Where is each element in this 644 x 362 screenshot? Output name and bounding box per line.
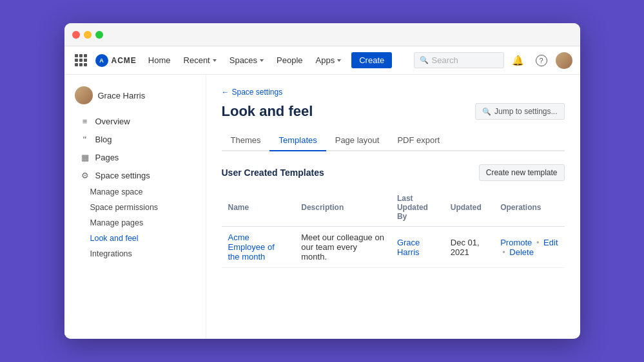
sidebar-subitem-integrations[interactable]: Integrations xyxy=(70,246,200,262)
sidebar-overview-label: Overview xyxy=(95,117,130,126)
app-window: A ACME Home Recent Spaces People Apps Cr… xyxy=(64,23,580,339)
titlebar xyxy=(64,23,580,46)
sidebar-manage-pages-label: Manage pages xyxy=(90,218,144,227)
jump-to-settings-button[interactable]: 🔍 Jump to settings... xyxy=(475,103,564,120)
sidebar-subitem-manage-pages[interactable]: Manage pages xyxy=(70,215,200,231)
tab-themes-label: Themes xyxy=(231,135,261,145)
tab-templates-label: Templates xyxy=(278,135,317,145)
sidebar: Grace Harris ≡ Overview " Blog ▦ Pages ⚙… xyxy=(64,75,206,339)
create-button[interactable]: Create xyxy=(351,52,392,68)
table-row: Acme Employee of the month Meet our coll… xyxy=(222,227,565,268)
sidebar-item-overview[interactable]: ≡ Overview xyxy=(70,112,200,130)
apps-grid-button[interactable] xyxy=(72,52,90,70)
col-header-last-updated-by: Last Updated By xyxy=(391,189,444,227)
sidebar-username: Grace Harris xyxy=(98,91,146,100)
sidebar-manage-space-label: Manage space xyxy=(90,187,143,196)
cell-updated: Dec 01, 2021 xyxy=(444,227,494,268)
sidebar-blog-label: Blog xyxy=(95,135,112,144)
nav-recent-label: Recent xyxy=(184,55,210,65)
sidebar-subitem-space-permissions[interactable]: Space permissions xyxy=(70,200,200,215)
tab-pdf-export-label: PDF export xyxy=(397,135,440,145)
nav-people[interactable]: People xyxy=(273,53,306,68)
table-header-row: Name Description Last Updated By Updated… xyxy=(222,189,565,227)
nav-spaces[interactable]: Spaces xyxy=(226,53,268,68)
main-content: ← Space settings Look and feel 🔍 Jump to… xyxy=(206,75,580,339)
close-button[interactable] xyxy=(72,31,80,39)
nav-apps-label: Apps xyxy=(316,55,335,65)
sidebar-subitem-look-and-feel[interactable]: Look and feel xyxy=(70,231,200,246)
tab-pdf-export[interactable]: PDF export xyxy=(388,130,449,151)
promote-link[interactable]: Promote xyxy=(500,238,532,247)
chevron-down-icon xyxy=(337,59,341,62)
sidebar-item-space-settings[interactable]: ⚙ Space settings xyxy=(70,166,200,184)
breadcrumb-arrow-icon: ← xyxy=(222,88,229,97)
bell-icon: 🔔 xyxy=(512,55,524,66)
create-new-template-button[interactable]: Create new template xyxy=(479,164,565,181)
help-button[interactable]: ? xyxy=(532,52,551,70)
tab-page-layout-label: Page layout xyxy=(335,135,380,145)
search-box[interactable]: 🔍 Search xyxy=(414,52,504,68)
edit-link[interactable]: Edit xyxy=(543,238,558,247)
col-header-description: Description xyxy=(295,189,391,227)
blog-icon: " xyxy=(80,134,90,144)
tab-themes[interactable]: Themes xyxy=(222,130,270,151)
logo-icon: A xyxy=(95,54,108,67)
page-header: Look and feel 🔍 Jump to settings... xyxy=(222,103,565,120)
nav-spaces-label: Spaces xyxy=(229,55,257,65)
logo-text: ACME xyxy=(112,56,137,65)
cell-operations: Promote • Edit • Delete xyxy=(494,227,564,268)
ops-separator-2: • xyxy=(502,247,505,257)
search-icon: 🔍 xyxy=(420,56,429,64)
breadcrumb-label: Space settings xyxy=(232,88,283,97)
cell-last-updated-by: Grace Harris xyxy=(391,227,444,268)
pages-icon: ▦ xyxy=(80,152,90,162)
chevron-down-icon xyxy=(213,59,217,62)
templates-table: Name Description Last Updated By Updated… xyxy=(222,189,565,268)
minimize-button[interactable] xyxy=(84,31,92,39)
sidebar-item-blog[interactable]: " Blog xyxy=(70,130,200,148)
logo-area[interactable]: A ACME xyxy=(95,54,137,67)
titlebar-buttons xyxy=(72,31,103,39)
template-name-link[interactable]: Acme Employee of the month xyxy=(228,233,275,262)
nav-people-label: People xyxy=(277,55,302,65)
nav-home-label: Home xyxy=(148,55,171,65)
cell-description: Meet our colleague on our team every mon… xyxy=(295,227,391,268)
section-title: User Created Templates xyxy=(222,167,324,178)
sidebar-subitem-manage-space[interactable]: Manage space xyxy=(70,184,200,200)
breadcrumb[interactable]: ← Space settings xyxy=(222,88,565,97)
tab-page-layout[interactable]: Page layout xyxy=(326,130,389,151)
tabs-bar: Themes Templates Page layout PDF export xyxy=(222,130,565,151)
nav-home[interactable]: Home xyxy=(144,53,175,68)
nav-recent[interactable]: Recent xyxy=(180,53,220,68)
sidebar-pages-label: Pages xyxy=(95,153,119,162)
user-avatar[interactable] xyxy=(556,52,572,69)
sidebar-avatar xyxy=(75,86,93,104)
cell-template-name: Acme Employee of the month xyxy=(222,227,295,268)
jump-settings-label: Jump to settings... xyxy=(494,107,557,116)
sidebar-space-settings-label: Space settings xyxy=(95,171,150,180)
search-icon: 🔍 xyxy=(482,108,491,116)
ops-separator-1: • xyxy=(536,238,540,247)
sidebar-look-and-feel-label: Look and feel xyxy=(90,234,139,243)
col-header-updated: Updated xyxy=(444,189,494,227)
templates-section-header: User Created Templates Create new templa… xyxy=(222,164,565,181)
last-updated-by-link[interactable]: Grace Harris xyxy=(397,238,420,257)
grid-icon xyxy=(75,54,87,66)
sidebar-item-pages[interactable]: ▦ Pages xyxy=(70,148,200,166)
notification-button[interactable]: 🔔 xyxy=(509,52,527,70)
help-icon: ? xyxy=(536,55,547,66)
maximize-button[interactable] xyxy=(95,31,103,39)
overview-icon: ≡ xyxy=(80,116,90,126)
chevron-down-icon xyxy=(260,59,264,62)
search-placeholder: Search xyxy=(432,55,458,65)
settings-icon: ⚙ xyxy=(80,170,90,180)
nav-apps[interactable]: Apps xyxy=(312,53,346,68)
col-header-name: Name xyxy=(222,189,295,227)
sidebar-integrations-label: Integrations xyxy=(90,249,132,258)
col-header-operations: Operations xyxy=(494,189,564,227)
body-area: Grace Harris ≡ Overview " Blog ▦ Pages ⚙… xyxy=(64,75,580,339)
tab-templates[interactable]: Templates xyxy=(269,130,326,151)
sidebar-space-permissions-label: Space permissions xyxy=(90,203,159,212)
delete-link[interactable]: Delete xyxy=(509,247,534,257)
sidebar-user: Grace Harris xyxy=(64,82,206,112)
